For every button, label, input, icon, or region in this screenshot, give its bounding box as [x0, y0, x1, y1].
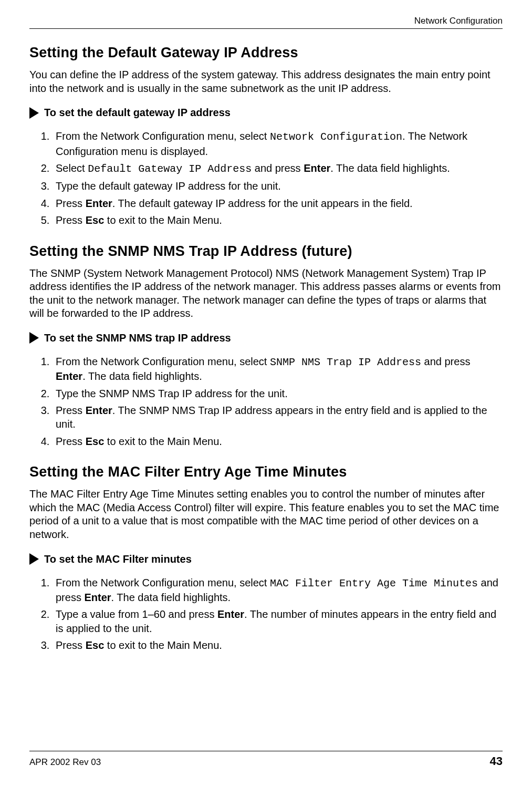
step: Type the default gateway IP address for …	[53, 179, 503, 193]
step: Select Default Gateway IP Address and pr…	[53, 161, 503, 176]
svg-marker-0	[29, 107, 39, 119]
key-enter: Enter	[217, 608, 244, 620]
menu-code: Default Gateway IP Address	[88, 163, 252, 175]
step-text: Select	[56, 162, 88, 174]
key-enter: Enter	[56, 370, 82, 382]
step-text: . The data field highlights.	[82, 370, 202, 382]
step-text: Press	[56, 405, 86, 416]
key-esc: Esc	[86, 639, 105, 651]
svg-marker-1	[29, 332, 39, 344]
step-text: . The default gateway IP address for the…	[112, 198, 413, 209]
procedure-title: To set the default gateway IP address	[44, 107, 231, 119]
page-footer: APR 2002 Rev 03 43	[29, 751, 503, 768]
procedure-title: To set the SNMP NMS trap IP address	[44, 332, 231, 344]
step-text: Press	[56, 198, 86, 209]
key-enter: Enter	[86, 405, 112, 416]
arrow-right-icon	[29, 332, 39, 344]
step: Press Enter. The default gateway IP addr…	[53, 196, 503, 210]
key-enter: Enter	[86, 198, 112, 209]
key-esc: Esc	[86, 214, 105, 226]
svg-marker-2	[29, 553, 39, 565]
footer-revision: APR 2002 Rev 03	[29, 757, 101, 768]
arrow-right-icon	[29, 107, 39, 119]
steps-list: From the Network Configuration menu, sel…	[29, 355, 503, 448]
step: Type a value from 1–60 and press Enter. …	[53, 607, 503, 635]
steps-list: From the Network Configuration menu, sel…	[29, 129, 503, 227]
step-text: Type a value from 1–60 and press	[56, 608, 217, 620]
step-text: . The data field highlights.	[111, 592, 231, 603]
page-number: 43	[490, 754, 503, 768]
intro-snmp-trap: The SNMP (System Network Management Prot…	[29, 267, 503, 320]
step-text: . The SNMP NMS Trap IP address appears i…	[56, 405, 487, 430]
step-text: to exit to the Main Menu.	[104, 214, 222, 226]
step-text: From the Network Configuration menu, sel…	[56, 356, 270, 367]
step-text: and press	[252, 162, 304, 174]
step: Press Esc to exit to the Main Menu.	[53, 213, 503, 227]
key-enter: Enter	[304, 162, 330, 174]
step-text: Press	[56, 639, 86, 651]
arrow-right-icon	[29, 553, 39, 565]
step-text: . The data field highlights.	[330, 162, 450, 174]
key-esc: Esc	[86, 436, 105, 447]
step-text: to exit to the Main Menu.	[104, 436, 222, 447]
procedure-heading: To set the MAC Filter minutes	[29, 553, 503, 565]
step-text: and press	[421, 356, 470, 367]
step: From the Network Configuration menu, sel…	[53, 129, 503, 158]
step: From the Network Configuration menu, sel…	[53, 576, 503, 605]
page: Network Configuration Setting the Defaul…	[0, 0, 532, 786]
procedure-title: To set the MAC Filter minutes	[44, 553, 192, 565]
key-enter: Enter	[84, 592, 111, 603]
heading-mac-filter: Setting the MAC Filter Entry Age Time Mi…	[29, 464, 503, 480]
step: Press Esc to exit to the Main Menu.	[53, 638, 503, 652]
step-text: From the Network Configuration menu, sel…	[56, 130, 270, 142]
step: Press Enter. The SNMP NMS Trap IP addres…	[53, 404, 503, 431]
heading-snmp-trap: Setting the SNMP NMS Trap IP Address (fu…	[29, 243, 503, 260]
menu-code: SNMP NMS Trap IP Address	[270, 356, 421, 368]
steps-list: From the Network Configuration menu, sel…	[29, 576, 503, 653]
step-text: From the Network Configuration menu, sel…	[56, 577, 270, 588]
step-text: Press	[56, 436, 86, 447]
intro-mac-filter: The MAC Filter Entry Age Time Minutes se…	[29, 488, 503, 541]
running-header: Network Configuration	[29, 16, 503, 29]
heading-default-gateway: Setting the Default Gateway IP Address	[29, 45, 503, 61]
procedure-heading: To set the SNMP NMS trap IP address	[29, 332, 503, 344]
menu-code: Network Configuration	[270, 131, 402, 143]
step: From the Network Configuration menu, sel…	[53, 355, 503, 384]
step-text: to exit to the Main Menu.	[104, 639, 222, 651]
menu-code: MAC Filter Entry Age Time Minutes	[270, 577, 478, 590]
step-text: Press	[56, 214, 86, 226]
procedure-heading: To set the default gateway IP address	[29, 107, 503, 119]
step: Type the SNMP NMS Trap IP address for th…	[53, 387, 503, 400]
step: Press Esc to exit to the Main Menu.	[53, 435, 503, 448]
intro-default-gateway: You can define the IP address of the sys…	[29, 68, 503, 95]
